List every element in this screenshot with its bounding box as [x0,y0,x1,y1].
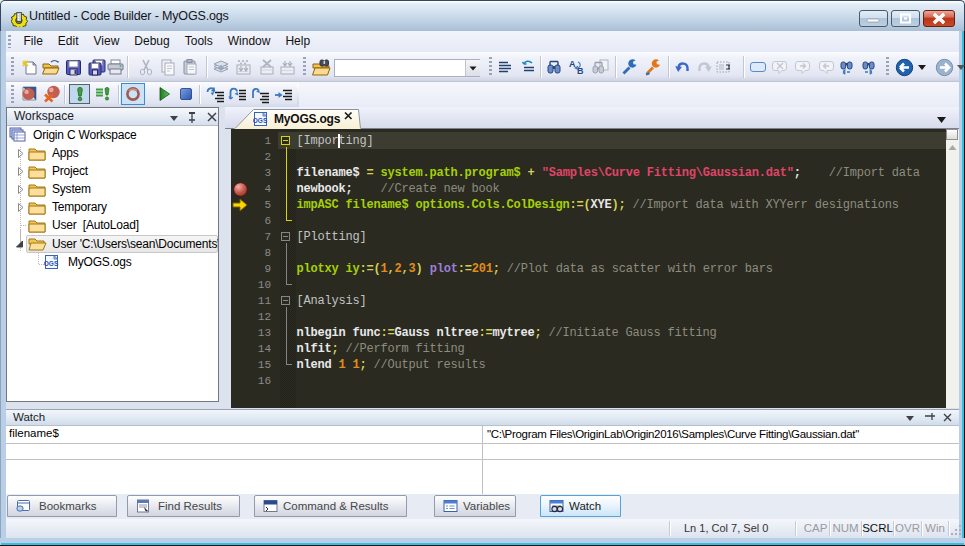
svg-text:OGS: OGS [253,117,268,124]
svg-text:OGS: OGS [44,260,59,267]
